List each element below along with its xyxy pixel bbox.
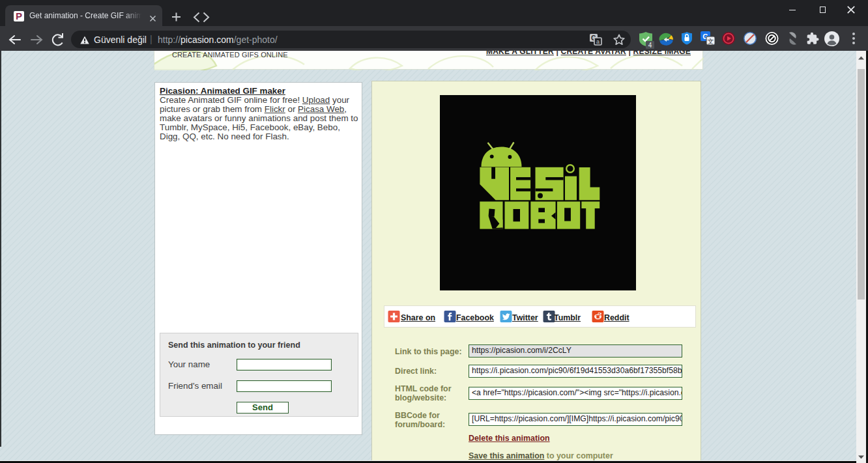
- svg-text:文: 文: [708, 38, 714, 45]
- svg-text:a: a: [596, 38, 600, 45]
- svg-text:4: 4: [648, 42, 652, 49]
